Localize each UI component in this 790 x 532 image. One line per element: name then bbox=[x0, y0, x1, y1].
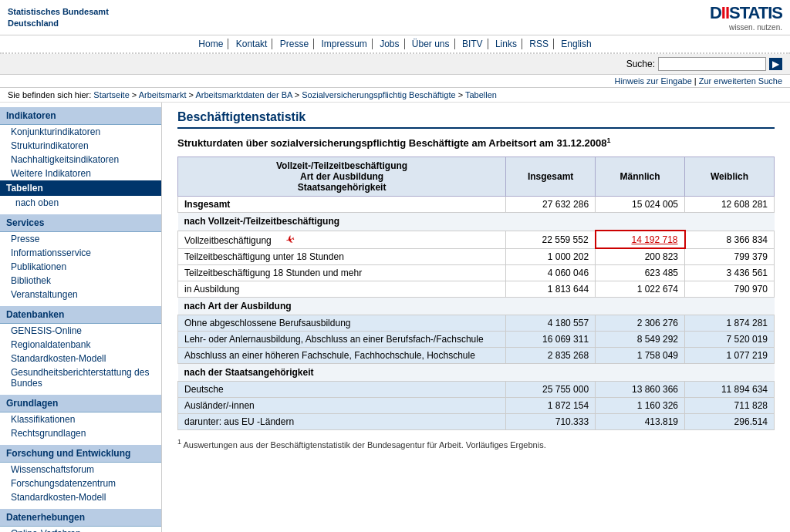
cell-hoehere-fachschule-label: Abschluss an einer höheren Fachschule, F… bbox=[178, 348, 506, 364]
cell-teilzeit-18-label: Teilzeitbeschäftigung unter 18 Stunden bbox=[178, 248, 506, 265]
sidebar-item-veranstaltungen[interactable]: Veranstaltungen bbox=[0, 288, 161, 301]
sidebar-item-nachhaltigkeit[interactable]: Nachhaltigkeitsindikatoren bbox=[0, 153, 161, 167]
cell-deutsche-maennlich: 13 860 366 bbox=[596, 382, 685, 398]
cell-auslaender-weiblich: 711 828 bbox=[685, 398, 775, 414]
nav-links[interactable]: Links bbox=[491, 39, 522, 49]
nav-presse[interactable]: Presse bbox=[275, 39, 314, 49]
nav-rss[interactable]: RSS bbox=[525, 39, 554, 49]
cell-vollzeit-label: Vollzeitbeschäftigung ✈ bbox=[178, 231, 506, 248]
sidebar-item-rechtsgrundlagen[interactable]: Rechtsgrundlagen bbox=[0, 426, 161, 440]
nav-kontakt[interactable]: Kontakt bbox=[231, 39, 273, 49]
table-header-weiblich: Weiblich bbox=[685, 157, 775, 197]
destatis-logo: DIISTATIS wissen. nutzen. bbox=[710, 3, 782, 32]
cell-lehr-ausbildung-weiblich: 7 520 019 bbox=[685, 332, 775, 348]
cell-insgesamt-label: Insgesamt bbox=[178, 197, 506, 213]
nav-home[interactable]: Home bbox=[194, 39, 228, 49]
breadcrumb-arbeitsmarkt[interactable]: Arbeitsmarkt bbox=[139, 90, 187, 99]
table-header-category: Vollzeit-/TeilzeitbeschäftigungArt der A… bbox=[178, 157, 506, 197]
table-row-vollzeit: Vollzeitbeschäftigung ✈ 22 559 552 14 19… bbox=[178, 231, 775, 248]
table-row-eu-laender: darunter: aus EU -Ländern 710.333 413.81… bbox=[178, 414, 775, 430]
cell-deutsche-total: 25 755 000 bbox=[506, 382, 596, 398]
sidebar-item-presse[interactable]: Presse bbox=[0, 232, 161, 246]
table-row-lehr-ausbildung: Lehr- oder Anlernausbildung, Abschluss a… bbox=[178, 332, 775, 348]
cell-insgesamt-total: 27 632 286 bbox=[506, 197, 596, 213]
cell-insgesamt-maennlich: 15 024 005 bbox=[596, 197, 685, 213]
sidebar-item-weitere[interactable]: Weitere Indikatoren bbox=[0, 167, 161, 180]
cell-ausbildung-weiblich: 790 970 bbox=[685, 281, 775, 298]
cell-auslaender-label: Ausländer/-innen bbox=[178, 398, 506, 414]
sidebar-section-datenerhebungen: Datenerhebungen bbox=[0, 509, 161, 527]
breadcrumb-sozialversicherung[interactable]: Sozialversicherungspflichtig Beschäftigt… bbox=[302, 90, 455, 99]
cell-hoehere-fachschule-maennlich: 1 758 049 bbox=[596, 348, 685, 364]
nav-impressum[interactable]: Impressum bbox=[316, 39, 372, 49]
nav-bar: Home Kontakt Presse Impressum Jobs Über … bbox=[0, 35, 790, 54]
nav-ueber-uns[interactable]: Über uns bbox=[407, 39, 455, 49]
main-layout: Indikatoren Konjunkturindikatoren Strukt… bbox=[0, 103, 790, 532]
cell-insgesamt-weiblich: 12 608 281 bbox=[685, 197, 775, 213]
table-row-vollzeit-section: nach Vollzeit-/Teilzeitbeschäftigung bbox=[178, 213, 775, 231]
sidebar-item-publikationen[interactable]: Publikationen bbox=[0, 260, 161, 274]
nav-bitv[interactable]: BITV bbox=[457, 39, 488, 49]
cell-berufsausbildung-section: nach Art der Ausbildung bbox=[178, 298, 775, 315]
cell-teilzeit-18plus-maennlich: 623 485 bbox=[596, 265, 685, 281]
extended-search-link[interactable]: Zur erweiterten Suche bbox=[699, 76, 782, 86]
table-row-insgesamt: Insgesamt 27 632 286 15 024 005 12 608 2… bbox=[178, 197, 775, 213]
sidebar-item-standardkosten2[interactable]: Standardkosten-Modell bbox=[0, 490, 161, 504]
cell-teilzeit-18plus-label: Teilzeitbeschäftigung 18 Stunden und meh… bbox=[178, 265, 506, 281]
nav-jobs[interactable]: Jobs bbox=[375, 39, 404, 49]
sidebar-section-grundlagen: Grundlagen bbox=[0, 395, 161, 412]
hint-link[interactable]: Hinweis zur Eingabe bbox=[615, 76, 692, 86]
sidebar-item-online-verfahren[interactable]: Online-Verfahren bbox=[0, 527, 161, 532]
sidebar-item-regionaldatenbank[interactable]: Regionaldatenbank bbox=[0, 338, 161, 352]
site-title: Statistisches Bundesamt Deutschland bbox=[8, 6, 109, 29]
cell-hoehere-fachschule-total: 2 835 268 bbox=[506, 348, 596, 364]
sidebar-item-konjunktur[interactable]: Konjunkturindikatoren bbox=[0, 125, 161, 139]
cell-hoehere-fachschule-weiblich: 1 077 219 bbox=[685, 348, 775, 364]
cell-auslaender-maennlich: 1 160 326 bbox=[596, 398, 685, 414]
cell-teilzeit-18plus-total: 4 060 046 bbox=[506, 265, 596, 281]
sidebar-item-wissenschaftsforum[interactable]: Wissenschaftsforum bbox=[0, 463, 161, 476]
cell-staatsangehoerigkeit-section: nach der Staatsangehörigkeit bbox=[178, 364, 775, 382]
sidebar-item-genesis[interactable]: GENESIS-Online bbox=[0, 324, 161, 338]
search-button[interactable]: ▶ bbox=[769, 58, 782, 70]
sidebar-item-informationsservice[interactable]: Informationsservice bbox=[0, 246, 161, 260]
table-footnote: 1 Auswertungen aus der Beschäftigtenstat… bbox=[177, 438, 775, 450]
cell-eu-laender-maennlich: 413.819 bbox=[596, 414, 685, 430]
sidebar-item-nach-oben[interactable]: nach oben bbox=[0, 196, 161, 210]
nav-english[interactable]: English bbox=[556, 39, 596, 49]
cell-auslaender-total: 1 872 154 bbox=[506, 398, 596, 414]
plane-icon: ✈ bbox=[284, 233, 296, 247]
page-title: Beschäftigtenstatistik bbox=[177, 110, 775, 129]
breadcrumb-tabellen[interactable]: Tabellen bbox=[465, 90, 497, 99]
sidebar-item-klassifikationen[interactable]: Klassifikationen bbox=[0, 412, 161, 426]
cell-ohne-abschluss-label: Ohne abgeschlossene Berufsausbildung bbox=[178, 315, 506, 332]
search-input[interactable] bbox=[658, 57, 766, 71]
sidebar-item-struktur[interactable]: Strukturindikatoren bbox=[0, 139, 161, 153]
table-row-berufsausbildung-section: nach Art der Ausbildung bbox=[178, 298, 775, 315]
table-header-maennlich: Männlich bbox=[596, 157, 685, 197]
search-links-bar: Hinweis zur Eingabe | Zur erweiterten Su… bbox=[0, 75, 790, 88]
sidebar-section-indikatoren: Indikatoren bbox=[0, 107, 161, 125]
breadcrumb-startseite[interactable]: Startseite bbox=[93, 90, 129, 99]
sidebar-item-standardkosten[interactable]: Standardkosten-Modell bbox=[0, 352, 161, 365]
sidebar-item-bibliothek[interactable]: Bibliothek bbox=[0, 274, 161, 288]
sidebar-item-forschungsdatenzentrum[interactable]: Forschungsdatenzentrum bbox=[0, 476, 161, 490]
cell-ohne-abschluss-maennlich: 2 306 276 bbox=[596, 315, 685, 332]
sidebar-item-gesundheit[interactable]: Gesundheitsberichterstattung des Bundes bbox=[0, 365, 161, 390]
cell-eu-laender-total: 710.333 bbox=[506, 414, 596, 430]
cell-ohne-abschluss-total: 4 180 557 bbox=[506, 315, 596, 332]
cell-eu-laender-weiblich: 296.514 bbox=[685, 414, 775, 430]
sidebar-section-tabellen[interactable]: Tabellen bbox=[0, 180, 161, 196]
table-row-deutsche: Deutsche 25 755 000 13 860 366 11 894 63… bbox=[178, 382, 775, 398]
cell-ohne-abschluss-weiblich: 1 874 281 bbox=[685, 315, 775, 332]
cell-ausbildung-total: 1 813 644 bbox=[506, 281, 596, 298]
table-row-ohne-abschluss: Ohne abgeschlossene Berufsausbildung 4 1… bbox=[178, 315, 775, 332]
sidebar-section-forschung: Forschung und Entwicklung bbox=[0, 445, 161, 463]
breadcrumb: Sie befinden sich hier: Startseite > Arb… bbox=[0, 88, 790, 103]
destatis-sub: wissen. nutzen. bbox=[710, 23, 782, 32]
table-row-auslaender: Ausländer/-innen 1 872 154 1 160 326 711… bbox=[178, 398, 775, 414]
sidebar-section-datenbanken: Datenbanken bbox=[0, 306, 161, 324]
table-row-teilzeit-18plus: Teilzeitbeschäftigung 18 Stunden und meh… bbox=[178, 265, 775, 281]
breadcrumb-arbeitsmarktdaten[interactable]: Arbeitsmarktdaten der BA bbox=[195, 90, 292, 99]
sidebar: Indikatoren Konjunkturindikatoren Strukt… bbox=[0, 103, 162, 532]
